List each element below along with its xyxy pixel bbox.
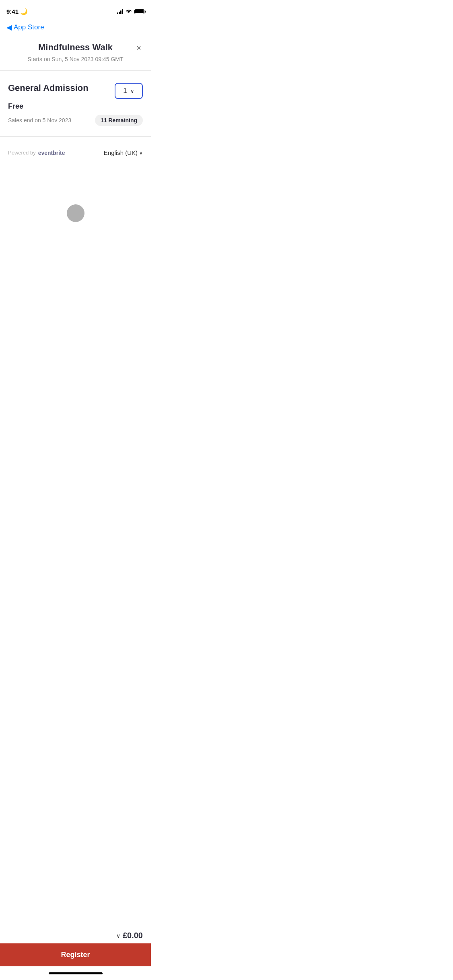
ticket-row: General Admission 1 ∨ [8, 83, 143, 99]
wifi-icon [126, 8, 132, 14]
back-label: App Store [14, 23, 44, 31]
language-label: English (UK) [104, 149, 138, 156]
sales-end-label: Sales end on 5 Nov 2023 [8, 117, 71, 124]
time-display: 9:41 [6, 8, 19, 15]
page-title: Mindfulness Walk [38, 42, 113, 53]
status-bar: 9:41 🌙 [0, 0, 151, 21]
ticket-divider [0, 136, 151, 137]
loading-area [0, 164, 151, 262]
back-chevron-icon: ◀ [6, 23, 12, 32]
header-divider [0, 70, 151, 71]
loading-spinner [67, 204, 84, 222]
language-chevron-icon: ∨ [139, 150, 143, 156]
quantity-value: 1 [123, 87, 127, 95]
status-time: 9:41 🌙 [6, 8, 28, 15]
quantity-selector[interactable]: 1 ∨ [115, 83, 143, 99]
language-selector[interactable]: English (UK) ∨ [104, 149, 143, 156]
page-header: Mindfulness Walk × Starts on Sun, 5 Nov … [0, 36, 151, 66]
status-indicators [117, 8, 144, 14]
battery-icon [134, 9, 144, 14]
ticket-price: Free [8, 102, 143, 111]
quantity-chevron-icon: ∨ [130, 88, 134, 94]
footer-section: Powered by eventbrite English (UK) ∨ [0, 141, 151, 164]
ticket-section: General Admission 1 ∨ Free Sales end on … [0, 75, 151, 132]
signal-icon [117, 9, 123, 14]
back-button[interactable]: ◀ App Store [6, 23, 44, 32]
nav-bar: ◀ App Store [0, 21, 151, 36]
ticket-name: General Admission [8, 83, 89, 93]
sales-row: Sales end on 5 Nov 2023 11 Remaining [8, 115, 143, 126]
event-date: Starts on Sun, 5 Nov 2023 09:45 GMT [27, 56, 123, 62]
powered-by: Powered by eventbrite [8, 150, 65, 156]
eventbrite-brand: eventbrite [38, 150, 65, 156]
close-button[interactable]: × [133, 42, 144, 54]
moon-icon: 🌙 [20, 8, 28, 15]
remaining-badge: 11 Remaining [95, 115, 143, 126]
powered-by-label: Powered by [8, 150, 36, 156]
